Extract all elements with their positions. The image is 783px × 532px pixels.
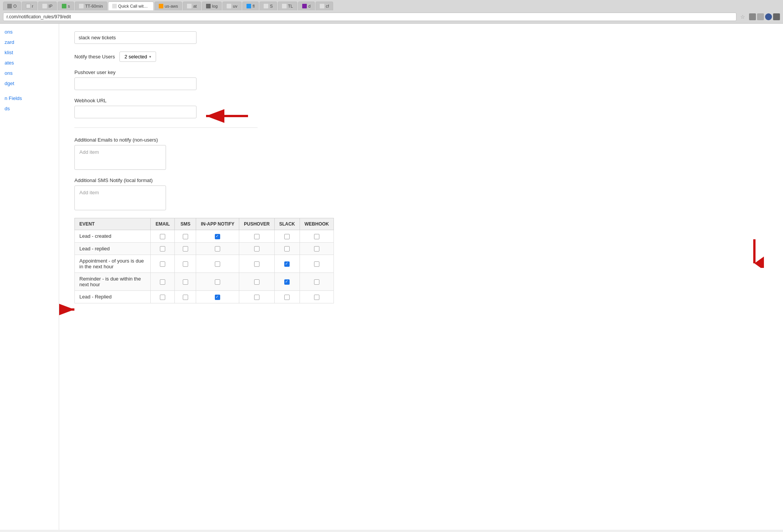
checkbox-cell-slack[interactable] [274, 273, 300, 291]
checkbox-cell-webhook[interactable] [300, 291, 334, 303]
tab-tt[interactable]: TT-60min [75, 2, 107, 10]
sidebar-item-ons-1[interactable]: ons [0, 27, 59, 37]
tab-label: S [270, 4, 272, 8]
sidebar-item-ds[interactable]: ds [0, 103, 59, 114]
checkbox-cell-sms[interactable] [175, 273, 196, 291]
checkbox-cell-pushover[interactable] [239, 255, 274, 273]
checkbox-cell-slack[interactable] [274, 242, 300, 255]
extension-icon-misc[interactable] [773, 13, 780, 20]
checkbox-cell-email[interactable] [151, 273, 175, 291]
checkbox-inapp[interactable] [215, 234, 220, 239]
checkbox-sms[interactable] [183, 279, 188, 285]
checkbox-cell-sms[interactable] [175, 291, 196, 303]
checkbox-webhook[interactable] [314, 295, 319, 300]
tab-quickcall[interactable]: Quick Call with Troy [108, 2, 154, 10]
checkbox-cell-sms[interactable] [175, 230, 196, 243]
checkbox-email[interactable] [160, 261, 165, 267]
checkbox-sms[interactable] [183, 295, 188, 300]
extension-icon-amazon[interactable] [749, 13, 756, 20]
checkbox-cell-sms[interactable] [175, 242, 196, 255]
event-cell: Reminder - is due within the next hour [75, 273, 151, 291]
checkbox-pushover[interactable] [254, 295, 259, 300]
checkbox-pushover[interactable] [254, 279, 259, 285]
checkbox-slack[interactable] [284, 246, 290, 251]
checkbox-email[interactable] [160, 295, 165, 300]
checkbox-cell-webhook[interactable] [300, 273, 334, 291]
additional-emails-input[interactable]: Add item [74, 145, 166, 170]
content-area: Notify these Users 2 selected ▾ Pushover… [59, 24, 783, 530]
slack-input[interactable] [74, 31, 197, 44]
url-bar[interactable] [3, 13, 736, 21]
checkbox-pushover[interactable] [254, 234, 259, 239]
sidebar-item-klist[interactable]: klist [0, 47, 59, 58]
sidebar-item-ons-2[interactable]: ons [0, 68, 59, 78]
checkbox-cell-inapp[interactable] [196, 242, 239, 255]
col-slack-header: SLACK [274, 218, 300, 230]
checkbox-cell-pushover[interactable] [239, 291, 274, 303]
tab-tl[interactable]: TL [278, 2, 297, 10]
checkbox-slack[interactable] [284, 295, 290, 300]
checkbox-cell-webhook[interactable] [300, 242, 334, 255]
checkbox-inapp[interactable] [215, 246, 220, 251]
extension-icon-timer[interactable] [757, 13, 764, 20]
sidebar-item-n-fields[interactable]: n Fields [0, 93, 59, 103]
checkbox-pushover[interactable] [254, 246, 259, 251]
checkbox-inapp[interactable] [215, 279, 220, 285]
tab-cf[interactable]: cf [316, 2, 334, 10]
tab-d[interactable]: d [298, 2, 315, 10]
checkbox-cell-inapp[interactable] [196, 255, 239, 273]
checkbox-email[interactable] [160, 246, 165, 251]
checkbox-sms[interactable] [183, 234, 188, 239]
checkbox-cell-slack[interactable] [274, 230, 300, 243]
sidebar-item-dget[interactable]: dget [0, 78, 59, 89]
tab-r[interactable]: r [22, 2, 38, 10]
pushover-key-input[interactable] [74, 77, 197, 90]
checkbox-cell-webhook[interactable] [300, 230, 334, 243]
checkbox-cell-email[interactable] [151, 291, 175, 303]
notify-users-dropdown[interactable]: 2 selected ▾ [119, 52, 156, 62]
checkbox-cell-pushover[interactable] [239, 230, 274, 243]
checkbox-cell-webhook[interactable] [300, 255, 334, 273]
tab-fl[interactable]: fl [242, 2, 259, 10]
additional-sms-input[interactable]: Add item [74, 185, 166, 210]
checkbox-cell-email[interactable] [151, 230, 175, 243]
checkbox-slack[interactable] [284, 234, 290, 239]
checkbox-sms[interactable] [183, 246, 188, 251]
tab-usaws[interactable]: us-aws [155, 2, 182, 10]
checkbox-cell-pushover[interactable] [239, 273, 274, 291]
checkbox-pushover[interactable] [254, 261, 259, 267]
checkbox-cell-pushover[interactable] [239, 242, 274, 255]
sidebar-item-ates[interactable]: ates [0, 58, 59, 68]
checkbox-cell-email[interactable] [151, 242, 175, 255]
tab-log[interactable]: log [202, 2, 222, 10]
checkbox-webhook[interactable] [314, 246, 319, 251]
sidebar-item-zard[interactable]: zard [0, 37, 59, 47]
checkbox-sms[interactable] [183, 261, 188, 267]
tab-at[interactable]: at [183, 2, 201, 10]
checkbox-cell-email[interactable] [151, 255, 175, 273]
tab-o[interactable]: O [3, 2, 21, 10]
tab-s[interactable]: s [58, 2, 74, 10]
checkbox-webhook[interactable] [314, 279, 319, 285]
sidebar-item-blank[interactable] [0, 89, 59, 93]
checkbox-cell-inapp[interactable] [196, 291, 239, 303]
tab-uv[interactable]: uv [222, 2, 242, 10]
bookmark-star-icon[interactable]: ☆ [740, 14, 745, 20]
checkbox-inapp[interactable] [215, 261, 220, 267]
checkbox-cell-slack[interactable] [274, 255, 300, 273]
checkbox-slack[interactable] [284, 261, 290, 267]
tab-s2[interactable]: S [259, 2, 277, 10]
checkbox-email[interactable] [160, 279, 165, 285]
webhook-url-input[interactable] [74, 106, 197, 118]
checkbox-webhook[interactable] [314, 234, 319, 239]
checkbox-inapp[interactable] [215, 295, 220, 300]
checkbox-cell-sms[interactable] [175, 255, 196, 273]
checkbox-email[interactable] [160, 234, 165, 239]
checkbox-cell-slack[interactable] [274, 291, 300, 303]
checkbox-cell-inapp[interactable] [196, 273, 239, 291]
checkbox-slack[interactable] [284, 279, 290, 285]
checkbox-webhook[interactable] [314, 261, 319, 267]
checkbox-cell-inapp[interactable] [196, 230, 239, 243]
tab-ip[interactable]: IP [38, 2, 56, 10]
extension-icon-user[interactable] [765, 13, 772, 20]
